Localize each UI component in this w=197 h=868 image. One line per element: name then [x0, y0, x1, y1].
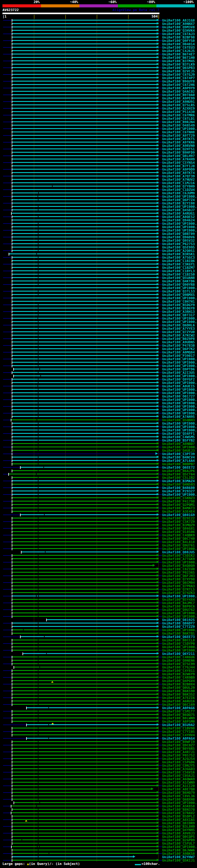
alignment-bar[interactable]	[12, 121, 157, 122]
alignment-bar[interactable]	[12, 152, 157, 153]
alignment-bar[interactable]	[14, 666, 157, 668]
alignment-bar[interactable]	[12, 142, 157, 143]
alignment-bar[interactable]	[12, 64, 157, 65]
alignment-bar[interactable]	[12, 176, 157, 177]
alignment-bar[interactable]	[12, 321, 157, 322]
alignment-bar[interactable]	[12, 660, 157, 661]
alignment-bar[interactable]	[12, 74, 157, 75]
alignment-bar[interactable]	[12, 20, 157, 21]
alignment-bar[interactable]	[12, 524, 157, 525]
alignment-bar[interactable]	[12, 772, 157, 773]
alignment-bar[interactable]	[12, 565, 153, 566]
alignment-bar[interactable]	[12, 494, 157, 495]
alignment-bar[interactable]	[12, 768, 157, 769]
alignment-bar[interactable]	[12, 57, 157, 58]
alignment-bar[interactable]	[12, 27, 157, 27]
alignment-bar[interactable]	[12, 203, 157, 204]
alignment-bar[interactable]	[12, 135, 157, 136]
alignment-bar[interactable]	[12, 237, 157, 238]
alignment-bar[interactable]	[12, 196, 157, 197]
alignment-bar[interactable]	[12, 209, 157, 210]
alignment-bar[interactable]	[12, 480, 157, 481]
alignment-bar[interactable]	[12, 372, 157, 373]
alignment-bar[interactable]	[12, 538, 157, 539]
alignment-bar[interactable]	[12, 809, 157, 810]
alignment-bar[interactable]	[12, 849, 157, 850]
alignment-bar[interactable]	[12, 328, 157, 329]
alignment-bar[interactable]	[12, 385, 157, 386]
alignment-bar[interactable]	[22, 552, 157, 552]
alignment-bar[interactable]	[12, 226, 157, 227]
alignment-bar[interactable]	[12, 697, 157, 698]
alignment-bar[interactable]	[12, 402, 157, 403]
alignment-bar[interactable]	[12, 54, 157, 55]
alignment-bar[interactable]	[12, 582, 157, 583]
alignment-bar[interactable]	[12, 165, 157, 166]
alignment-bar[interactable]	[12, 274, 157, 275]
alignment-bar[interactable]	[12, 47, 157, 48]
alignment-bar[interactable]	[12, 727, 157, 728]
alignment-bar[interactable]	[12, 704, 157, 705]
alignment-bar[interactable]	[12, 795, 157, 796]
alignment-bar[interactable]	[12, 436, 157, 437]
alignment-bar[interactable]	[12, 633, 157, 634]
alignment-bar[interactable]	[12, 365, 157, 366]
alignment-bar[interactable]	[12, 338, 157, 339]
alignment-bar[interactable]	[12, 623, 157, 623]
alignment-bar[interactable]	[12, 280, 157, 281]
alignment-bar[interactable]	[12, 741, 157, 742]
alignment-bar[interactable]	[12, 751, 157, 752]
alignment-bar[interactable]	[12, 775, 157, 776]
alignment-bar[interactable]	[12, 656, 157, 657]
alignment-bar[interactable]	[12, 240, 157, 241]
alignment-bar[interactable]	[12, 778, 157, 779]
alignment-bar[interactable]	[12, 856, 133, 857]
alignment-bar[interactable]	[12, 829, 157, 830]
alignment-bar[interactable]	[12, 179, 157, 180]
alignment-bar[interactable]	[12, 125, 157, 126]
alignment-bar[interactable]	[12, 355, 157, 356]
alignment-bar[interactable]	[12, 318, 157, 319]
alignment-bar[interactable]	[12, 650, 157, 651]
alignment-bar[interactable]	[12, 643, 157, 644]
alignment-bar[interactable]	[12, 640, 157, 641]
alignment-bar[interactable]	[12, 60, 157, 61]
alignment-bar[interactable]	[12, 592, 157, 593]
alignment-bar[interactable]	[47, 619, 157, 620]
alignment-bar[interactable]	[12, 616, 157, 617]
alignment-bar[interactable]	[12, 220, 157, 220]
alignment-bar[interactable]	[21, 636, 157, 637]
alignment-bar[interactable]	[12, 680, 157, 681]
alignment-bar[interactable]	[12, 833, 157, 834]
alignment-bar[interactable]	[12, 460, 157, 461]
alignment-bar[interactable]	[12, 589, 157, 590]
alignment-bar[interactable]	[12, 70, 157, 71]
alignment-bar[interactable]	[12, 548, 157, 549]
alignment-bar[interactable]	[12, 172, 157, 173]
alignment-bar[interactable]	[12, 314, 157, 315]
alignment-bar[interactable]	[12, 148, 157, 149]
alignment-bar[interactable]	[12, 399, 157, 400]
alignment-bar[interactable]	[12, 50, 157, 51]
alignment-bar[interactable]	[12, 189, 157, 190]
alignment-bar[interactable]	[12, 264, 157, 265]
alignment-bar[interactable]	[12, 762, 157, 763]
alignment-bar[interactable]	[12, 846, 157, 847]
alignment-bar[interactable]	[12, 206, 157, 207]
alignment-bar[interactable]	[12, 717, 157, 718]
alignment-bar[interactable]	[12, 311, 157, 312]
alignment-bar[interactable]	[12, 755, 157, 755]
alignment-bar[interactable]	[11, 812, 157, 813]
alignment-bar[interactable]	[12, 457, 157, 458]
alignment-bar[interactable]	[12, 131, 157, 132]
alignment-bar[interactable]	[23, 653, 157, 654]
alignment-bar[interactable]	[12, 568, 157, 569]
alignment-bar[interactable]	[12, 392, 157, 393]
alignment-bar[interactable]	[12, 182, 157, 183]
alignment-bar[interactable]	[12, 159, 157, 159]
alignment-bar[interactable]	[12, 91, 157, 92]
alignment-bar[interactable]	[12, 534, 157, 535]
alignment-bar[interactable]	[12, 670, 157, 671]
alignment-bar[interactable]	[12, 585, 157, 586]
alignment-bar[interactable]	[12, 67, 157, 68]
